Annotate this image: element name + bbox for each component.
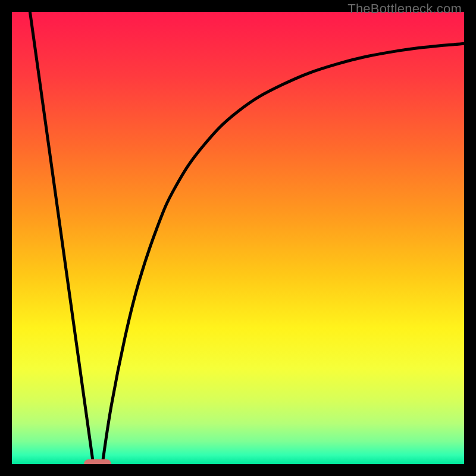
curve-layer [12, 12, 464, 464]
left-line-path [30, 12, 93, 464]
right-curve-path [102, 43, 464, 464]
watermark-text: TheBottleneck.com [347, 1, 462, 17]
bottleneck-marker [84, 459, 111, 464]
plot-area [12, 12, 464, 464]
chart-frame: TheBottleneck.com [0, 0, 476, 476]
